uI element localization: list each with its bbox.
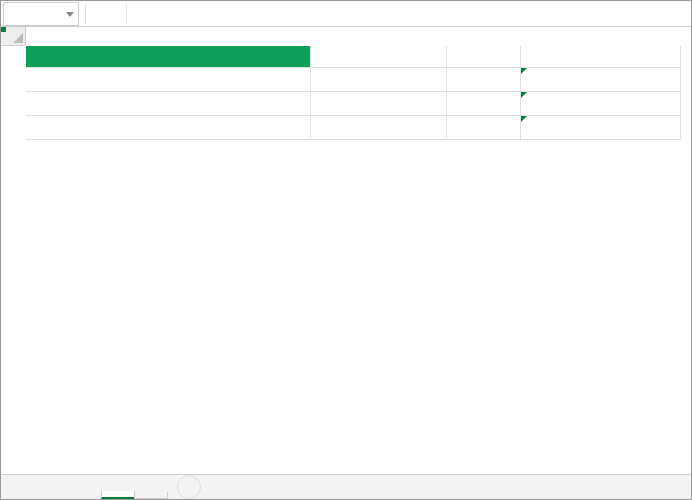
tab-evaluation-warning[interactable] — [134, 492, 168, 499]
cell-A3[interactable] — [26, 92, 311, 116]
cell-A2[interactable] — [26, 68, 311, 92]
cell-A1[interactable] — [26, 46, 311, 68]
new-sheet-button[interactable] — [177, 475, 201, 499]
cell-D3[interactable] — [521, 92, 681, 116]
cell-C4[interactable] — [447, 116, 521, 140]
cell-C3[interactable] — [447, 92, 521, 116]
select-all-corner[interactable] — [1, 27, 26, 46]
cell-B3[interactable] — [311, 92, 447, 116]
cell-B4[interactable] — [311, 116, 447, 140]
cell-B1[interactable] — [311, 46, 447, 68]
tab-sheet1[interactable] — [101, 491, 135, 499]
name-box[interactable] — [3, 2, 79, 26]
formula-bar — [1, 1, 691, 27]
formula-input[interactable] — [131, 2, 691, 26]
spreadsheet-grid — [1, 27, 691, 475]
divider — [126, 4, 127, 24]
cell-D2[interactable] — [521, 68, 681, 92]
cell-D1[interactable] — [521, 46, 681, 68]
cell-C1[interactable] — [447, 46, 521, 68]
cell-D4[interactable] — [521, 116, 681, 140]
cell-A4[interactable] — [26, 116, 311, 140]
cells-area[interactable] — [26, 46, 681, 140]
sheet-tabs — [1, 474, 691, 499]
cell-B2[interactable] — [311, 68, 447, 92]
divider — [85, 4, 86, 24]
cell-C2[interactable] — [447, 68, 521, 92]
